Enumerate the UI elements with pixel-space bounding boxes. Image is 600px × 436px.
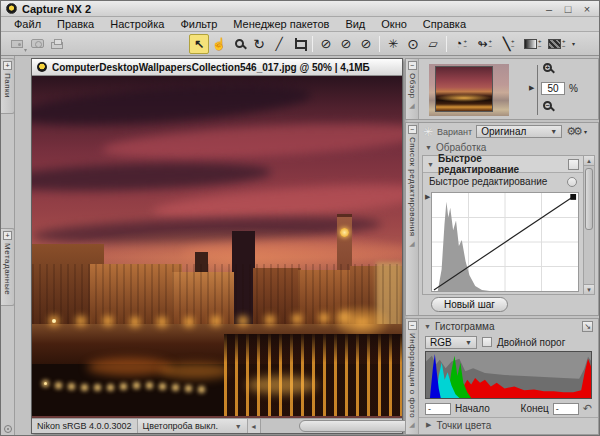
sidebar-tab-metadata[interactable]: + Метаданные [1,228,15,306]
photo-street-lamps [52,319,56,323]
plus-minus-icon: +− [562,39,568,49]
start-input[interactable]: - [425,403,451,415]
navigator-tab-strip[interactable]: − Обзор ◢ [406,59,419,119]
menu-filter[interactable]: Фильтр [173,18,224,30]
quick-fix-subrow[interactable]: Быстрое редактирование [423,173,583,190]
edit-list-tab-strip[interactable]: − Список редактирования ◢ [406,123,419,315]
selection-fill-icon[interactable]: +− [546,34,570,54]
scroll-left-icon[interactable]: ◄ [248,419,261,433]
collapse-icon[interactable]: − [408,321,417,330]
variant-dropdown[interactable]: Оригинал ▼ [476,125,562,138]
close-button[interactable]: × [580,2,594,16]
selection-gradient-icon[interactable]: +− [522,34,546,54]
left-tab-strip: + Папки + Метаданные [1,56,15,436]
auto-retouch-brush-icon[interactable]: ✳ [383,34,403,54]
scroll-track[interactable] [584,166,594,284]
section-processing[interactable]: ▼ Обработка [419,140,598,154]
settings-gear-icon[interactable] [4,425,12,433]
menu-help[interactable]: Справка [416,18,473,30]
quick-fix-checkbox[interactable] [568,159,579,170]
collapse-icon[interactable]: − [408,61,417,70]
black-control-point-icon[interactable]: ⊘ [316,34,336,54]
zoom-tool-icon[interactable] [229,34,249,54]
direct-select-tool-icon[interactable]: ↖ [189,34,209,54]
red-eye-icon[interactable]: ⊙ [403,34,423,54]
reset-icon[interactable]: ↶ [583,402,592,415]
dual-threshold-checkbox[interactable] [482,337,492,347]
navigator-view-rect[interactable] [435,66,493,112]
soft-proof-dropdown[interactable]: Цветопроба выкл. ▼ [138,419,248,433]
maximize-button[interactable]: □ [561,2,575,16]
tone-curve-editor[interactable]: ▶ [431,192,579,292]
zoom-percent-input[interactable]: 50 [541,82,565,95]
zoom-slider-track[interactable] [537,65,538,115]
quick-fix-header[interactable]: ▼ Быстрое редактирование [423,156,583,173]
menu-batch[interactable]: Менеджер пакетов [226,18,336,30]
collapse-icon[interactable]: − [408,125,417,134]
triangle-down-icon: ▼ [427,161,434,168]
photo-river-reflections [224,334,402,416]
curve-marker-icon[interactable]: ▶ [425,193,430,201]
channel-dropdown[interactable]: RGB ▼ [425,336,477,349]
selection-brush-icon[interactable]: ╲+− [498,34,522,54]
edit-list-scrollbar[interactable]: ▲ ▼ [583,156,594,294]
menu-window[interactable]: Окно [374,18,414,30]
toolbar-overflow-caret[interactable]: ▾ [572,40,575,47]
photo-info-body: ▼ Гистограмма ↘ RGB ▼ Двойной порог [419,319,598,434]
quick-fix-sub-label: Быстрое редактирование [429,176,563,187]
sidebar-tab-folders[interactable]: + Папки [1,58,15,114]
selection-control-point-icon[interactable]: ↬+− [474,34,498,54]
magnifier-minus-glyph: − [543,101,552,110]
transfer-icon[interactable]: ▾ [7,34,27,54]
rotate-tool-icon[interactable]: ↻ [249,34,269,54]
expand-panel-icon[interactable]: ↘ [582,321,593,332]
color-control-point-icon[interactable]: ◔+− [450,34,474,54]
menu-adjust[interactable]: Настройка [103,18,171,30]
triangle-down-icon: ▼ [425,144,432,151]
new-step-button[interactable]: Новый шаг [431,297,508,312]
zoom-out-icon[interactable]: − [543,101,552,110]
expand-icon[interactable]: + [3,231,12,240]
caret-icon[interactable]: ▾ [584,128,587,135]
menu-view[interactable]: Вид [338,18,372,30]
white-control-point-icon[interactable]: ⊘ [356,34,376,54]
scroll-thumb[interactable] [585,168,593,230]
end-input[interactable]: - [553,403,579,415]
photo-canvas[interactable] [32,76,402,418]
transfer-glyph [11,40,23,48]
hand-tool-icon[interactable]: ☝ [209,34,229,54]
toolbar-separator [379,36,380,52]
scroll-track[interactable] [261,419,402,433]
photo-info-tab-strip[interactable]: − Информация о фото ◢ [406,319,419,434]
histogram-header[interactable]: ▼ Гистограмма ↘ [419,319,598,334]
menu-bar: Файл Правка Настройка Фильтр Менеджер па… [1,17,599,32]
photo-cloud [101,117,402,164]
straighten-tool-icon[interactable]: ╱ [269,34,289,54]
minimize-button[interactable]: – [542,2,556,16]
print-icon[interactable] [47,34,67,54]
scroll-down-icon[interactable]: ▼ [584,284,594,294]
menu-file[interactable]: Файл [7,18,48,30]
eraser-icon[interactable]: ▱ [423,34,443,54]
zoom-in-icon[interactable]: + [543,63,552,72]
printer-glyph [51,42,63,49]
quick-fix-radio[interactable] [567,177,577,187]
metadata-tab-label: Метаданные [3,243,12,295]
horizontal-scrollbar[interactable]: ◄ [248,419,402,433]
scroll-up-icon[interactable]: ▲ [584,156,594,166]
neutral-control-point-icon[interactable]: ⊘ [336,34,356,54]
slider-marker-icon[interactable]: ▶ [529,84,534,92]
crop-tool-icon[interactable] [289,34,309,54]
settings-gears-icon[interactable]: ⚙⚙ [566,125,580,138]
variant-value: Оригинал [481,126,526,137]
navigator-tab-label: Обзор [408,73,417,99]
edit-list-tab-label: Список редактирования [408,137,417,237]
camera-settings-icon[interactable] [27,34,47,54]
image-window-titlebar[interactable]: ComputerDesktopWallpapersCollection546_0… [32,59,402,76]
expand-icon[interactable]: + [3,61,12,70]
grip-icon: ◢ [409,421,414,429]
toolbar-separator [312,36,313,52]
color-points-section[interactable]: ▶ Точки цвета [419,417,598,432]
menu-edit[interactable]: Правка [50,18,101,30]
image-window-statusbar: Nikon sRGB 4.0.0.3002 Цветопроба выкл. ▼… [32,418,402,433]
